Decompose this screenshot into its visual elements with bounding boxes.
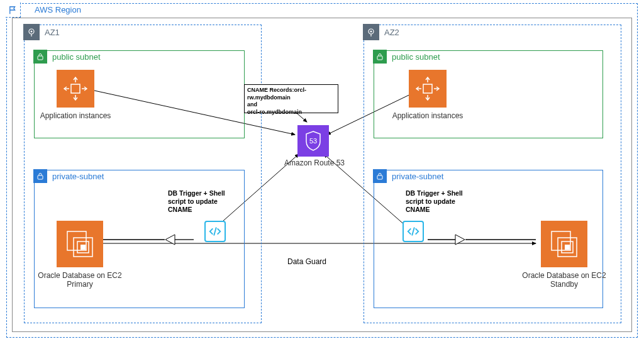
az1-container: AZ1 public subnet Application instances xyxy=(24,25,262,323)
az2-container: AZ2 public subnet Application instances xyxy=(364,25,621,323)
az2-private-subnet: private-subnet DB Trigger + Shell script… xyxy=(374,170,603,308)
svg-rect-20 xyxy=(80,245,86,250)
trigger-script-label: DB Trigger + Shell script to update CNAM… xyxy=(168,189,240,214)
svg-rect-25 xyxy=(377,175,382,179)
code-script-icon xyxy=(402,221,424,242)
svg-point-13 xyxy=(31,31,33,33)
svg-rect-14 xyxy=(38,56,43,60)
data-guard-label: Data Guard xyxy=(287,257,326,266)
trigger-script-label: DB Trigger + Shell script to update CNAM… xyxy=(406,189,478,214)
app-instances-icon xyxy=(409,70,447,108)
svg-text:53: 53 xyxy=(309,137,317,145)
az-pin-icon xyxy=(23,24,40,40)
cname-line1: CNAME Records:orcl-rw.mydbdomain xyxy=(247,87,335,101)
lock-icon xyxy=(33,169,47,183)
az1-label: AZ1 xyxy=(45,28,60,37)
svg-point-22 xyxy=(370,31,372,33)
oracle-db-standby-label: Oracle Database on EC2 Standby xyxy=(514,271,614,289)
cname-records-box: CNAME Records:orcl-rw.mydbdomain and orc… xyxy=(244,84,338,113)
az2-public-subnet: public subnet Application instances xyxy=(374,50,603,138)
region-label: AWS Region xyxy=(35,5,81,14)
aws-region-container: AWS Region xyxy=(6,3,638,338)
oracle-db-standby-icon xyxy=(541,221,587,267)
svg-rect-15 xyxy=(71,84,80,93)
region-flag-icon xyxy=(6,3,21,18)
oracle-db-primary-label: Oracle Database on EC2 Primary xyxy=(30,271,130,289)
az1-public-subnet: public subnet Application instances xyxy=(34,50,245,138)
az2-label: AZ2 xyxy=(384,28,399,37)
svg-rect-23 xyxy=(377,56,382,60)
route53-label: Amazon Route 53 xyxy=(274,158,355,167)
lock-icon xyxy=(33,50,47,64)
az-pin-icon xyxy=(363,24,379,40)
cname-line3: orcl-ro.mydbdomain xyxy=(247,109,335,116)
svg-rect-24 xyxy=(423,84,432,93)
route53-icon: 53 xyxy=(297,125,329,157)
app-instances-label: Application instances xyxy=(377,111,478,120)
az1-private-subnet: private-subnet DB Trigger + Shell script… xyxy=(34,170,245,308)
inner-container: AZ1 public subnet Application instances xyxy=(12,18,632,332)
app-instances-icon xyxy=(57,70,94,108)
app-instances-label: Application instances xyxy=(25,111,126,120)
public-subnet-label: public subnet xyxy=(52,52,101,62)
lock-icon xyxy=(373,169,387,183)
code-script-icon xyxy=(204,221,226,242)
public-subnet-label: public subnet xyxy=(392,52,440,62)
cname-line2: and xyxy=(247,101,335,109)
oracle-db-primary-icon xyxy=(57,221,103,267)
private-subnet-label: private-subnet xyxy=(52,172,104,181)
lock-icon xyxy=(373,50,387,64)
svg-rect-16 xyxy=(38,175,43,179)
svg-rect-29 xyxy=(565,245,570,250)
private-subnet-label: private-subnet xyxy=(392,172,443,181)
